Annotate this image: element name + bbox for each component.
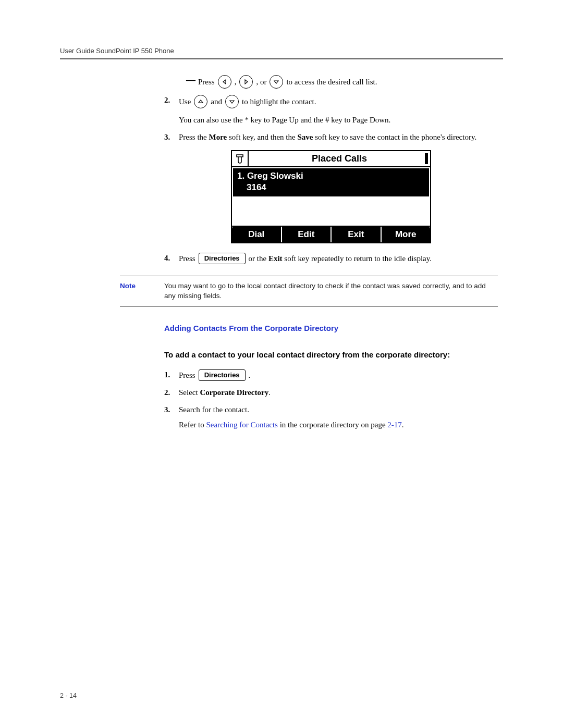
arrow-left-icon: [218, 75, 231, 89]
step-number: 2.: [164, 387, 170, 398]
t: .: [268, 388, 271, 397]
arrow-up-icon: [194, 95, 207, 108]
phone-screen: Placed Calls 1. Greg Slowski 3164 Dial E…: [231, 150, 431, 243]
running-header: User Guide SoundPoint IP 550 Phone: [60, 47, 503, 55]
t: Press the: [179, 133, 209, 141]
substep-press-arrows: — Press , , or to access the desired cal…: [164, 75, 498, 89]
main-content: — Press , , or to access the desired cal…: [164, 75, 498, 430]
t: .: [402, 421, 404, 429]
entry-number: 3164: [237, 182, 425, 193]
page-ref[interactable]: 2-17: [387, 421, 402, 429]
step-number: 2.: [164, 95, 170, 106]
ordered-steps: 2. Use and to highlight the contact.: [164, 95, 498, 108]
svg-marker-3: [199, 100, 203, 103]
svg-marker-0: [223, 80, 226, 84]
svg-marker-1: [245, 80, 248, 84]
subheading-adding-corporate: Adding Contacts From the Corporate Direc…: [164, 323, 498, 334]
step-number: 4.: [164, 253, 170, 264]
text: or the Exit soft key repeatedly to retur…: [249, 253, 432, 264]
note-label: Note: [120, 281, 136, 291]
text: .: [249, 370, 251, 381]
arrow-down-icon: [270, 75, 283, 89]
step-2-note: You can also use the * key to Page Up an…: [179, 115, 498, 126]
phone-handset-icon: [232, 151, 249, 166]
softkey-more: More: [381, 227, 431, 242]
text: Press: [198, 77, 215, 88]
t: Refer to: [179, 421, 206, 429]
t: soft key, and then the: [227, 133, 297, 141]
softkey-dial: Dial: [232, 227, 281, 242]
t: in the corporate directory on page: [278, 421, 387, 429]
dash-bullet: —: [186, 76, 195, 83]
step-number: 1.: [164, 369, 170, 380]
arrow-right-icon: [239, 75, 253, 89]
text: ,: [235, 77, 237, 88]
text: to access the desired call list.: [286, 77, 377, 88]
phone-softkeys: Dial Edit Exit More: [232, 226, 430, 242]
refer-line: Refer to Searching for Contacts in the c…: [179, 419, 498, 430]
s2-step-2: 2. Select Corporate Directory.: [164, 387, 498, 398]
step-number: 3.: [164, 404, 170, 415]
phone-titlebar: Placed Calls: [232, 151, 430, 167]
page-number: 2 - 14: [60, 692, 77, 699]
corporate-directory-label: Corporate Directory: [200, 388, 268, 397]
lead-in: To add a contact to your local contact d…: [164, 349, 498, 360]
step-2: 2. Use and to highlight the contact.: [164, 95, 498, 108]
t: or the: [249, 254, 268, 263]
directories-key: Directories: [199, 369, 246, 381]
t: soft key to save the contact in the phon…: [313, 133, 476, 141]
note-text: You may want to go to the local contact …: [164, 282, 486, 300]
text: to highlight the contact.: [242, 96, 316, 107]
svg-marker-2: [274, 81, 278, 83]
text: Press: [179, 253, 195, 264]
svg-marker-4: [230, 101, 234, 103]
step-4: 4. Press Directories or the Exit soft ke…: [164, 253, 498, 264]
save-key: Save: [297, 133, 313, 141]
s2-step-1: 1. Press Directories .: [164, 369, 498, 381]
step-number: 3.: [164, 132, 170, 143]
text: Select Corporate Directory.: [179, 388, 271, 397]
softkey-exit: Exit: [331, 227, 381, 242]
page: User Guide SoundPoint IP 550 Phone — Pre…: [0, 0, 563, 728]
text: Search for the contact.: [179, 404, 498, 415]
text: Press: [179, 370, 195, 381]
phone-screen-body: 1. Greg Slowski 3164: [232, 167, 430, 226]
arrow-down-icon: [225, 95, 239, 108]
more-key: More: [209, 133, 227, 141]
phone-screen-title: Placed Calls: [249, 151, 430, 166]
t: soft key repeatedly to return to the idl…: [283, 254, 432, 263]
directories-key: Directories: [199, 253, 246, 264]
note-block: Note You may want to go to the local con…: [120, 276, 498, 307]
text: Press the More soft key, and then the Sa…: [179, 133, 476, 141]
step-3: 3. Press the More soft key, and then the…: [164, 132, 498, 143]
entry-name: 1. Greg Slowski: [237, 170, 425, 182]
t: Select: [179, 388, 200, 397]
ordered-steps-cont: 3. Press the More soft key, and then the…: [164, 132, 498, 143]
link-searching-contacts[interactable]: Searching for Contacts: [206, 421, 277, 429]
text: Use: [179, 96, 191, 107]
section2-steps: 1. Press Directories . 2. Select Corpora…: [164, 369, 498, 430]
exit-key: Exit: [268, 254, 283, 263]
text: and: [211, 96, 222, 107]
s2-step-3: 3. Search for the contact. Refer to Sear…: [164, 404, 498, 430]
softkey-edit: Edit: [281, 227, 331, 242]
header-rule: [60, 58, 503, 59]
phone-list-entry-selected: 1. Greg Slowski 3164: [233, 168, 429, 196]
ordered-steps-cont2: 4. Press Directories or the Exit soft ke…: [164, 253, 498, 264]
text: , or: [256, 77, 266, 88]
